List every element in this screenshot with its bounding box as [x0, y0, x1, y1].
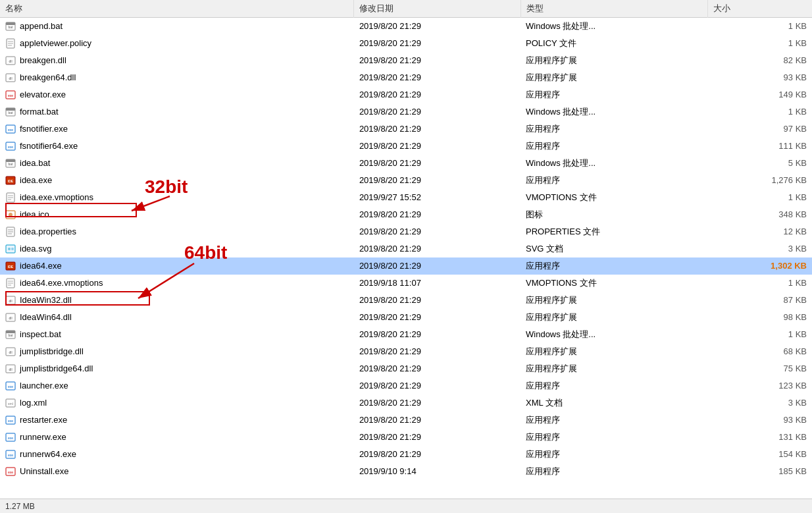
- file-type-cell: Windows 批处理...: [520, 155, 708, 172]
- svg-text:bat: bat: [9, 333, 14, 337]
- file-name-label: idea.properties: [20, 227, 76, 236]
- table-row[interactable]: idea.svg2019/8/20 21:29SVG 文档3 KB: [0, 240, 812, 257]
- status-bar: 1.27 MB: [0, 499, 812, 513]
- file-size-cell: 1,302 KB: [708, 257, 812, 275]
- file-name-cell: IDEidea.exe: [0, 172, 354, 189]
- table-row[interactable]: idea.ico2019/8/20 21:29图标348 KB: [0, 206, 812, 223]
- file-icon: dll: [5, 364, 16, 374]
- svg-text:IDE: IDE: [8, 179, 14, 183]
- file-icon: IDE: [5, 175, 16, 186]
- table-row[interactable]: batformat.bat2019/8/20 21:29Windows 批处理.…: [0, 103, 812, 121]
- file-date-cell: 2019/8/20 21:29: [354, 86, 520, 103]
- svg-text:IDE: IDE: [8, 265, 14, 269]
- file-date-cell: 2019/8/20 21:29: [354, 69, 520, 86]
- table-row[interactable]: batappend.bat2019/8/20 21:29Windows 批处理.…: [0, 18, 812, 35]
- col-header-date[interactable]: 修改日期: [354, 0, 520, 18]
- file-type-cell: 应用程序扩展: [520, 309, 708, 326]
- table-row[interactable]: batidea.bat2019/8/20 21:29Windows 批处理...…: [0, 155, 812, 172]
- table-row[interactable]: exelauncher.exe2019/8/20 21:29应用程序123 KB: [0, 377, 812, 394]
- table-row[interactable]: exefsnotifier64.exe2019/8/20 21:29应用程序11…: [0, 138, 812, 155]
- file-size-cell: 1 KB: [708, 326, 812, 343]
- col-header-size[interactable]: 大小: [708, 0, 812, 18]
- file-name-cell: exefsnotifier.exe: [0, 121, 354, 138]
- file-date-cell: 2019/8/20 21:29: [354, 240, 520, 257]
- table-row[interactable]: exerunnerw64.exe2019/8/20 21:29应用程序154 K…: [0, 446, 812, 463]
- col-header-name[interactable]: 名称: [0, 0, 354, 18]
- svg-text:dll: dll: [9, 350, 12, 354]
- table-row[interactable]: idea.properties2019/8/20 21:29PROPERTIES…: [0, 223, 812, 240]
- file-icon: exe: [5, 90, 16, 100]
- file-name-cell: dllIdeaWin32.dll: [0, 292, 354, 309]
- file-size-cell: 1 KB: [708, 18, 812, 35]
- table-row[interactable]: IDEidea.exe2019/8/20 21:29应用程序1,276 KB: [0, 172, 812, 189]
- file-name-label: breakgen.dll: [20, 55, 66, 65]
- svg-text:exe: exe: [8, 436, 13, 440]
- file-name-cell: exerestarter.exe: [0, 412, 354, 429]
- file-name-label: IdeaWin64.dll: [20, 312, 72, 322]
- file-type-cell: 应用程序扩展: [520, 343, 708, 360]
- file-icon: exe: [5, 381, 16, 391]
- file-date-cell: 2019/8/20 21:29: [354, 223, 520, 240]
- table-row[interactable]: dllIdeaWin64.dll2019/8/20 21:29应用程序扩展98 …: [0, 309, 812, 326]
- file-size-cell: 97 KB: [708, 121, 812, 138]
- file-type-cell: POLICY 文件: [520, 35, 708, 52]
- status-text: 1.27 MB: [5, 502, 35, 511]
- file-name-cell: idea.ico: [0, 206, 354, 223]
- file-size-cell: 1 KB: [708, 103, 812, 121]
- file-date-cell: 2019/8/20 21:29: [354, 446, 520, 463]
- file-name-label: fsnotifier64.exe: [20, 141, 78, 151]
- file-type-cell: 应用程序: [520, 257, 708, 275]
- file-name-cell: exefsnotifier64.exe: [0, 138, 354, 155]
- table-row[interactable]: dlljumplistbridge.dll2019/8/20 21:29应用程序…: [0, 343, 812, 360]
- file-type-cell: SVG 文档: [520, 240, 708, 257]
- file-date-cell: 2019/8/20 21:29: [354, 121, 520, 138]
- file-type-cell: 应用程序扩展: [520, 52, 708, 69]
- file-name-cell: idea.svg: [0, 240, 354, 257]
- file-name-cell: dllIdeaWin64.dll: [0, 309, 354, 326]
- table-row[interactable]: exerunnerw.exe2019/8/20 21:29应用程序131 KB: [0, 429, 812, 446]
- table-row[interactable]: exerestarter.exe2019/8/20 21:29应用程序93 KB: [0, 412, 812, 429]
- file-name-label: runnerw.exe: [20, 432, 66, 442]
- svg-text:xml: xml: [8, 402, 13, 406]
- table-row[interactable]: IDEidea64.exe2019/8/20 21:29应用程序1,302 KB: [0, 257, 812, 275]
- file-size-cell: 1 KB: [708, 35, 812, 52]
- table-row[interactable]: idea.exe.vmoptions2019/9/27 15:52VMOPTIO…: [0, 189, 812, 206]
- file-size-cell: 68 KB: [708, 343, 812, 360]
- table-row[interactable]: xmllog.xml2019/8/20 21:29XML 文档3 KB: [0, 394, 812, 412]
- svg-text:bat: bat: [9, 111, 14, 115]
- table-row[interactable]: dllbreakgen64.dll2019/8/20 21:29应用程序扩展93…: [0, 69, 812, 86]
- table-row[interactable]: dllbreakgen.dll2019/8/20 21:29应用程序扩展82 K…: [0, 52, 812, 69]
- svg-text:bat: bat: [9, 25, 14, 29]
- table-row[interactable]: dlljumplistbridge64.dll2019/8/20 21:29应用…: [0, 360, 812, 377]
- file-size-cell: 5 KB: [708, 155, 812, 172]
- svg-text:dll: dll: [9, 76, 12, 80]
- col-header-type[interactable]: 类型: [520, 0, 708, 18]
- table-row[interactable]: idea64.exe.vmoptions2019/9/18 11:07VMOPT…: [0, 275, 812, 292]
- file-icon: [5, 38, 16, 49]
- file-icon: bat: [5, 107, 16, 117]
- table-row[interactable]: exeUninstall.exe2019/9/10 9:14应用程序185 KB: [0, 463, 812, 480]
- svg-text:exe: exe: [8, 385, 13, 389]
- file-name-cell: exerunnerw64.exe: [0, 446, 354, 463]
- file-name-label: jumplistbridge64.dll: [20, 364, 93, 373]
- file-size-cell: 1,276 KB: [708, 172, 812, 189]
- file-explorer: 名称 修改日期 类型 大小 batappend.bat2019/8/20 21:…: [0, 0, 812, 513]
- table-row[interactable]: appletviewer.policy2019/8/20 21:29POLICY…: [0, 35, 812, 52]
- svg-text:exe: exe: [8, 94, 13, 97]
- file-type-cell: Windows 批处理...: [520, 103, 708, 121]
- file-icon: dll: [5, 295, 16, 306]
- file-icon: bat: [5, 158, 16, 169]
- table-row[interactable]: exefsnotifier.exe2019/8/20 21:29应用程序97 K…: [0, 121, 812, 138]
- file-size-cell: 82 KB: [708, 52, 812, 69]
- file-size-cell: 1 KB: [708, 189, 812, 206]
- file-name-label: Uninstall.exe: [20, 466, 68, 476]
- svg-text:dll: dll: [9, 59, 12, 63]
- table-row[interactable]: batinspect.bat2019/8/20 21:29Windows 批处理…: [0, 326, 812, 343]
- table-row[interactable]: exeelevator.exe2019/8/20 21:29应用程序149 KB: [0, 86, 812, 103]
- svg-point-30: [9, 213, 13, 217]
- file-name-label: append.bat: [20, 21, 63, 31]
- file-icon: exe: [5, 466, 16, 477]
- file-name-cell: exerunnerw.exe: [0, 429, 354, 446]
- file-date-cell: 2019/8/20 21:29: [354, 326, 520, 343]
- table-row[interactable]: dllIdeaWin32.dll2019/8/20 21:29应用程序扩展87 …: [0, 292, 812, 309]
